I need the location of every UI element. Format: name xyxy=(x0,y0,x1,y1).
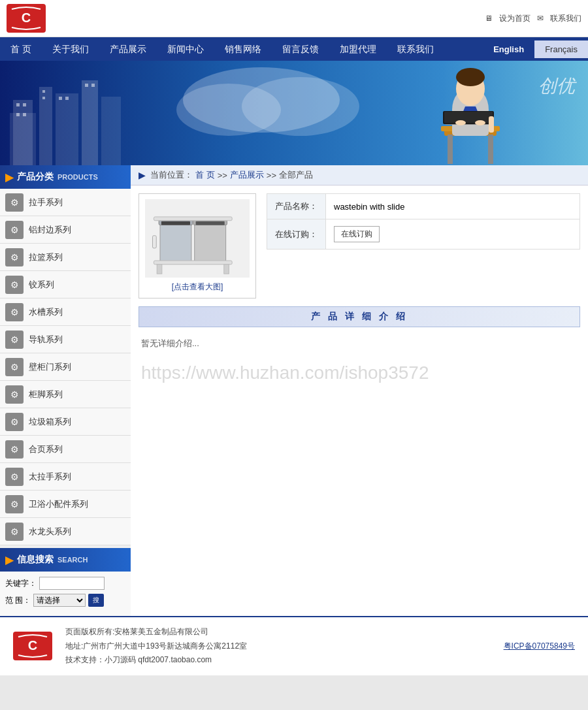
cabinet-leg-icon xyxy=(5,385,24,404)
nav-item-about[interactable]: 关于我们 xyxy=(42,37,99,61)
sidebar-search-header: ▶ 信息搜索 SEARCH xyxy=(0,548,131,572)
sidebar-item-label: 柜脚系列 xyxy=(29,389,63,400)
sidebar-item-label: 铝封边系列 xyxy=(29,224,71,236)
sidebar-item-label: 水龙头系列 xyxy=(29,526,71,538)
svg-rect-14 xyxy=(42,97,45,99)
svg-rect-16 xyxy=(65,97,69,100)
faucet-icon xyxy=(5,523,24,541)
svg-rect-34 xyxy=(489,116,494,133)
lang-french-button[interactable]: Français xyxy=(534,40,588,58)
sidebar-search-body: 关键字： 范 围： 请选择 搜 xyxy=(0,572,131,616)
set-homepage-link[interactable]: 设为首页 xyxy=(499,13,531,24)
sidebar-products-title: 产品分类 xyxy=(17,171,54,183)
breadcrumb-products[interactable]: 产品展示 xyxy=(230,169,264,181)
breadcrumb: ▶ 当前位置： 首 页 >> 产品展示 >> 全部产品 xyxy=(131,165,588,186)
monitor-icon: 🖥 xyxy=(485,14,493,23)
sidebar-item-aluminum-edge[interactable]: 铝封边系列 xyxy=(0,216,131,244)
product-detail-body: 暂无详细介绍... https://www.huzhan.com/ishop35… xyxy=(131,332,588,463)
name-label-cell: 产品名称： xyxy=(267,194,326,219)
svg-rect-17 xyxy=(85,84,88,87)
rail-icon xyxy=(5,331,24,349)
footer: C 页面版权所有:安格莱美五金制品有限公司 地址:广州市广州大道中193号新达城… xyxy=(0,616,588,675)
svg-rect-25 xyxy=(488,135,493,164)
footer-logo: C xyxy=(13,632,52,660)
nav-item-sales[interactable]: 销售网络 xyxy=(214,37,272,61)
sidebar-item-label: 导轨系列 xyxy=(29,334,63,346)
product-image-link[interactable]: [点击查看大图] xyxy=(172,282,223,293)
svg-rect-43 xyxy=(195,221,224,225)
contact-link[interactable]: 联系我们 xyxy=(550,13,581,24)
sidebar-item-rail[interactable]: 导轨系列 xyxy=(0,326,131,353)
header: C 🖥 设为首页 ✉ 联系我们 xyxy=(0,0,588,37)
sidebar-item-label: 水槽系列 xyxy=(29,306,63,318)
sidebar-item-label: 合页系列 xyxy=(29,444,63,455)
search-title: 信息搜索 xyxy=(17,554,54,566)
basket-icon xyxy=(5,248,24,266)
sidebar-item-label: 垃圾箱系列 xyxy=(29,416,71,428)
nav-item-contact[interactable]: 联系我们 xyxy=(387,37,444,61)
product-order-row: 在线订购： 在线订购 xyxy=(267,219,580,250)
sidebar-item-hinge[interactable]: 铰系列 xyxy=(0,271,131,299)
nav-item-franchise[interactable]: 加盟代理 xyxy=(329,37,387,61)
search-button[interactable]: 搜 xyxy=(88,594,104,607)
svg-rect-46 xyxy=(157,264,162,273)
banner-person xyxy=(405,64,536,165)
product-container: [点击查看大图] 产品名称： wastebin with slide 在线订购：… xyxy=(131,186,588,306)
trash-icon xyxy=(5,413,24,431)
content-area: ▶ 当前位置： 首 页 >> 产品展示 >> 全部产品 xyxy=(131,165,588,616)
sidebar-item-cabinet-leg[interactable]: 柜脚系列 xyxy=(0,381,131,408)
range-label: 范 围： xyxy=(5,595,31,606)
svg-text:C: C xyxy=(22,10,31,25)
sidebar-item-big-handle[interactable]: 太拉手系列 xyxy=(0,463,131,491)
breadcrumb-current: 全部产品 xyxy=(279,169,313,181)
online-order-button[interactable]: 在线订购 xyxy=(334,226,380,242)
product-detail-header: 产 品 详 细 介 绍 xyxy=(139,306,580,327)
svg-rect-11 xyxy=(16,113,20,116)
handle-icon xyxy=(5,193,24,212)
svg-rect-48 xyxy=(152,235,156,248)
sink-icon xyxy=(5,303,24,321)
sidebar-item-cabinet-door[interactable]: 壁柜门系列 xyxy=(0,353,131,381)
breadcrumb-home[interactable]: 首 页 xyxy=(195,169,215,181)
sidebar-item-label: 拉手系列 xyxy=(29,197,63,208)
sidebar-item-faucet[interactable]: 水龙头系列 xyxy=(0,518,131,545)
sidebar-item-hinge2[interactable]: 合页系列 xyxy=(0,436,131,463)
detail-body-text: 暂无详细介绍... xyxy=(141,338,199,348)
cabinet-door-icon xyxy=(5,358,24,376)
sidebar: ▶ 产品分类 PRODUCTS 拉手系列 铝封边系列 拉篮系列 铰系列 水槽系列… xyxy=(0,165,131,616)
hinge2-icon xyxy=(5,440,24,459)
footer-icp[interactable]: 粤ICP备07075849号 xyxy=(504,641,575,652)
keyword-label: 关键字： xyxy=(5,578,37,589)
nav-item-news[interactable]: 新闻中心 xyxy=(157,37,214,61)
svg-rect-44 xyxy=(154,216,232,220)
svg-rect-6 xyxy=(56,93,78,165)
nav-item-home[interactable]: 首 页 xyxy=(0,37,42,61)
keyword-row: 关键字： xyxy=(5,577,125,590)
svg-rect-38 xyxy=(160,223,191,263)
svg-point-36 xyxy=(475,120,485,125)
svg-rect-4 xyxy=(10,113,36,165)
sidebar-item-pull-basket[interactable]: 拉篮系列 xyxy=(0,244,131,271)
logo-area: C xyxy=(7,4,46,33)
logo-icon: C xyxy=(7,4,46,33)
breadcrumb-label: 当前位置： xyxy=(150,169,193,181)
svg-point-21 xyxy=(242,77,359,136)
keyword-input[interactable] xyxy=(39,577,105,590)
nav-item-feedback[interactable]: 留言反馈 xyxy=(272,37,329,61)
nav-item-products[interactable]: 产品展示 xyxy=(99,37,157,61)
svg-point-29 xyxy=(456,68,485,86)
navbar: 首 页 关于我们 产品展示 新闻中心 销售网络 留言反馈 加盟代理 联系我们 E… xyxy=(0,37,588,61)
svg-rect-10 xyxy=(23,103,26,106)
range-select[interactable]: 请选择 xyxy=(33,594,86,607)
aluminum-icon xyxy=(5,221,24,239)
sidebar-item-trash[interactable]: 垃圾箱系列 xyxy=(0,408,131,436)
sidebar-item-handles[interactable]: 拉手系列 xyxy=(0,189,131,216)
email-icon: ✉ xyxy=(537,14,544,23)
lang-english-button[interactable]: English xyxy=(483,40,534,58)
sidebar-item-bathroom[interactable]: 卫浴小配件系列 xyxy=(0,491,131,518)
sidebar-item-sink[interactable]: 水槽系列 xyxy=(0,299,131,326)
svg-rect-18 xyxy=(91,84,95,87)
footer-copyright: 页面版权所有:安格莱美五金制品有限公司 xyxy=(65,625,491,639)
name-value-cell: wastebin with slide xyxy=(326,194,580,219)
footer-address: 地址:广州市广州大道中193号新达城商务公寓2112室 xyxy=(65,639,491,654)
